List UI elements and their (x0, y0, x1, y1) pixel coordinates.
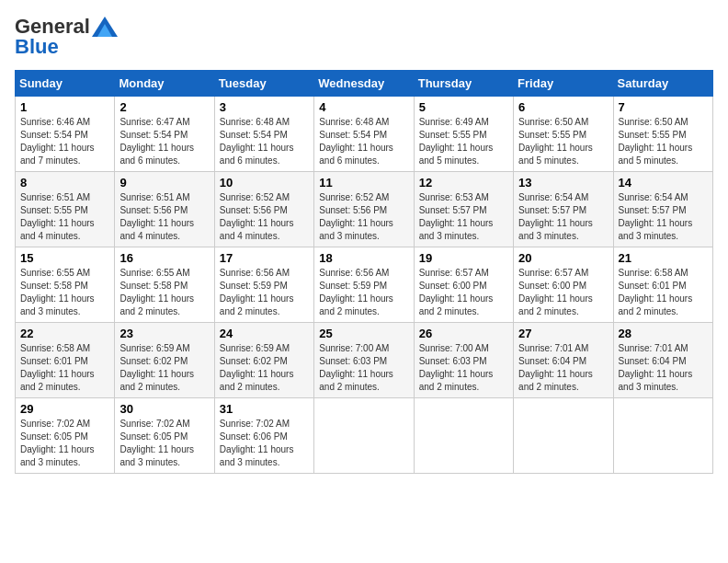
day-info: Sunrise: 6:50 AM Sunset: 5:55 PM Dayligh… (619, 116, 708, 167)
day-info: Sunrise: 6:57 AM Sunset: 6:00 PM Dayligh… (518, 267, 608, 318)
calendar-cell: 31Sunrise: 7:02 AM Sunset: 6:06 PM Dayli… (214, 398, 313, 474)
day-number: 1 (20, 100, 109, 114)
day-number: 16 (119, 251, 209, 265)
day-number: 5 (419, 100, 508, 114)
day-info: Sunrise: 6:47 AM Sunset: 5:54 PM Dayligh… (119, 116, 209, 167)
weekday-header-sunday: Sunday (16, 71, 115, 97)
calendar-cell: 4Sunrise: 6:48 AM Sunset: 5:54 PM Daylig… (314, 97, 414, 172)
logo-icon (92, 17, 118, 37)
weekday-header-row: SundayMondayTuesdayWednesdayThursdayFrid… (16, 71, 713, 97)
calendar-cell: 25Sunrise: 7:00 AM Sunset: 6:03 PM Dayli… (314, 323, 414, 398)
calendar-cell: 12Sunrise: 6:53 AM Sunset: 5:57 PM Dayli… (414, 172, 513, 247)
day-number: 2 (119, 100, 209, 114)
day-number: 26 (419, 327, 508, 340)
calendar-cell: 16Sunrise: 6:55 AM Sunset: 5:58 PM Dayli… (115, 247, 214, 323)
day-info: Sunrise: 6:55 AM Sunset: 5:58 PM Dayligh… (119, 267, 209, 318)
day-info: Sunrise: 6:59 AM Sunset: 6:02 PM Dayligh… (220, 342, 309, 394)
day-number: 17 (220, 251, 309, 265)
day-number: 29 (20, 402, 109, 416)
calendar-cell: 6Sunrise: 6:50 AM Sunset: 5:55 PM Daylig… (514, 97, 613, 172)
day-number: 23 (119, 327, 209, 340)
day-info: Sunrise: 6:59 AM Sunset: 6:02 PM Dayligh… (119, 342, 209, 394)
calendar-cell: 15Sunrise: 6:55 AM Sunset: 5:58 PM Dayli… (16, 247, 115, 323)
calendar-cell: 28Sunrise: 7:01 AM Sunset: 6:04 PM Dayli… (613, 323, 712, 398)
calendar-cell: 26Sunrise: 7:00 AM Sunset: 6:03 PM Dayli… (414, 323, 513, 398)
calendar-cell: 9Sunrise: 6:51 AM Sunset: 5:56 PM Daylig… (115, 172, 214, 247)
day-info: Sunrise: 6:52 AM Sunset: 5:56 PM Dayligh… (220, 191, 309, 243)
day-info: Sunrise: 6:46 AM Sunset: 5:54 PM Dayligh… (20, 116, 109, 167)
day-number: 19 (419, 251, 508, 265)
logo: General Blue (15, 15, 118, 59)
calendar-cell: 21Sunrise: 6:58 AM Sunset: 6:01 PM Dayli… (613, 247, 712, 323)
day-info: Sunrise: 6:50 AM Sunset: 5:55 PM Dayligh… (518, 116, 608, 167)
calendar-cell: 14Sunrise: 6:54 AM Sunset: 5:57 PM Dayli… (613, 172, 712, 247)
day-info: Sunrise: 6:51 AM Sunset: 5:56 PM Dayligh… (119, 191, 209, 243)
calendar-cell: 23Sunrise: 6:59 AM Sunset: 6:02 PM Dayli… (115, 323, 214, 398)
day-number: 3 (220, 100, 309, 114)
calendar-cell: 7Sunrise: 6:50 AM Sunset: 5:55 PM Daylig… (613, 97, 712, 172)
day-info: Sunrise: 6:52 AM Sunset: 5:56 PM Dayligh… (319, 191, 408, 243)
weekday-header-friday: Friday (514, 71, 613, 97)
day-number: 12 (419, 176, 508, 190)
weekday-header-monday: Monday (115, 71, 214, 97)
day-number: 25 (319, 327, 408, 340)
calendar-cell: 29Sunrise: 7:02 AM Sunset: 6:05 PM Dayli… (16, 398, 115, 474)
day-info: Sunrise: 6:51 AM Sunset: 5:55 PM Dayligh… (20, 191, 109, 243)
day-info: Sunrise: 7:00 AM Sunset: 6:03 PM Dayligh… (319, 342, 408, 394)
calendar-table: SundayMondayTuesdayWednesdayThursdayFrid… (15, 70, 713, 474)
calendar-cell: 22Sunrise: 6:58 AM Sunset: 6:01 PM Dayli… (16, 323, 115, 398)
day-number: 20 (518, 251, 608, 265)
day-number: 27 (518, 327, 608, 340)
day-info: Sunrise: 7:02 AM Sunset: 6:05 PM Dayligh… (20, 418, 109, 469)
calendar-cell: 8Sunrise: 6:51 AM Sunset: 5:55 PM Daylig… (16, 172, 115, 247)
week-row-1: 1Sunrise: 6:46 AM Sunset: 5:54 PM Daylig… (16, 97, 713, 172)
day-number: 15 (20, 251, 109, 265)
page-header: General Blue (15, 15, 713, 59)
day-number: 30 (119, 402, 209, 416)
day-info: Sunrise: 6:48 AM Sunset: 5:54 PM Dayligh… (220, 116, 309, 167)
day-number: 13 (518, 176, 608, 190)
day-number: 24 (220, 327, 309, 340)
day-info: Sunrise: 6:54 AM Sunset: 5:57 PM Dayligh… (619, 191, 708, 243)
calendar-cell: 19Sunrise: 6:57 AM Sunset: 6:00 PM Dayli… (414, 247, 513, 323)
calendar-cell: 13Sunrise: 6:54 AM Sunset: 5:57 PM Dayli… (514, 172, 613, 247)
calendar-cell (514, 398, 613, 474)
calendar-cell: 10Sunrise: 6:52 AM Sunset: 5:56 PM Dayli… (214, 172, 313, 247)
day-number: 18 (319, 251, 408, 265)
day-info: Sunrise: 6:56 AM Sunset: 5:59 PM Dayligh… (319, 267, 408, 318)
day-number: 4 (319, 100, 408, 114)
day-info: Sunrise: 6:58 AM Sunset: 6:01 PM Dayligh… (20, 342, 109, 394)
day-number: 11 (319, 176, 408, 190)
day-info: Sunrise: 7:00 AM Sunset: 6:03 PM Dayligh… (419, 342, 508, 394)
day-number: 31 (220, 402, 309, 416)
calendar-cell: 5Sunrise: 6:49 AM Sunset: 5:55 PM Daylig… (414, 97, 513, 172)
day-info: Sunrise: 7:02 AM Sunset: 6:06 PM Dayligh… (220, 418, 309, 469)
calendar-cell: 3Sunrise: 6:48 AM Sunset: 5:54 PM Daylig… (214, 97, 313, 172)
day-info: Sunrise: 6:58 AM Sunset: 6:01 PM Dayligh… (619, 267, 708, 318)
week-row-3: 15Sunrise: 6:55 AM Sunset: 5:58 PM Dayli… (16, 247, 713, 323)
calendar-cell: 2Sunrise: 6:47 AM Sunset: 5:54 PM Daylig… (115, 97, 214, 172)
calendar-cell: 18Sunrise: 6:56 AM Sunset: 5:59 PM Dayli… (314, 247, 414, 323)
day-number: 28 (619, 327, 708, 340)
weekday-header-tuesday: Tuesday (214, 71, 313, 97)
day-number: 10 (220, 176, 309, 190)
day-info: Sunrise: 6:48 AM Sunset: 5:54 PM Dayligh… (319, 116, 408, 167)
day-number: 22 (20, 327, 109, 340)
day-info: Sunrise: 6:56 AM Sunset: 5:59 PM Dayligh… (220, 267, 309, 318)
day-number: 21 (619, 251, 708, 265)
day-info: Sunrise: 7:02 AM Sunset: 6:05 PM Dayligh… (119, 418, 209, 469)
day-number: 7 (619, 100, 708, 114)
calendar-cell: 1Sunrise: 6:46 AM Sunset: 5:54 PM Daylig… (16, 97, 115, 172)
calendar-cell: 27Sunrise: 7:01 AM Sunset: 6:04 PM Dayli… (514, 323, 613, 398)
weekday-header-saturday: Saturday (613, 71, 712, 97)
weekday-header-wednesday: Wednesday (314, 71, 414, 97)
day-number: 9 (119, 176, 209, 190)
calendar-cell: 30Sunrise: 7:02 AM Sunset: 6:05 PM Dayli… (115, 398, 214, 474)
day-info: Sunrise: 6:57 AM Sunset: 6:00 PM Dayligh… (419, 267, 508, 318)
logo-blue: Blue (15, 35, 59, 59)
day-info: Sunrise: 6:54 AM Sunset: 5:57 PM Dayligh… (518, 191, 608, 243)
calendar-cell: 17Sunrise: 6:56 AM Sunset: 5:59 PM Dayli… (214, 247, 313, 323)
calendar-cell (314, 398, 414, 474)
day-info: Sunrise: 7:01 AM Sunset: 6:04 PM Dayligh… (518, 342, 608, 394)
day-info: Sunrise: 6:53 AM Sunset: 5:57 PM Dayligh… (419, 191, 508, 243)
